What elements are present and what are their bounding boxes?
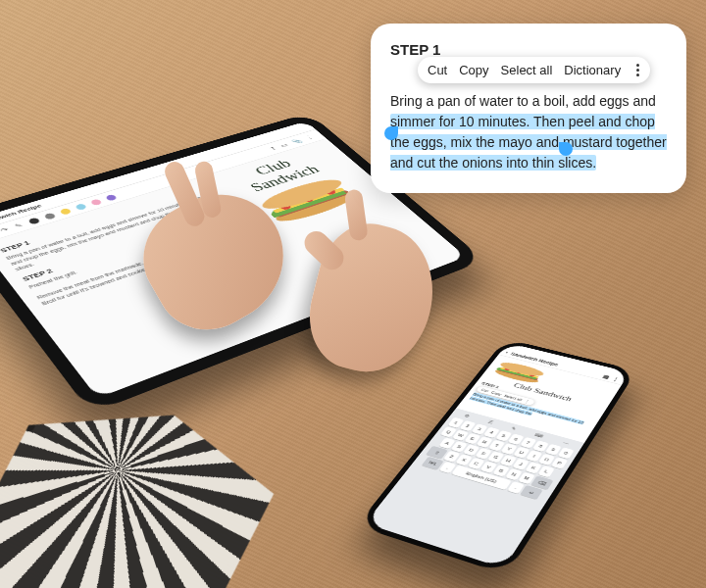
image-tool-icon[interactable]: ▭ [278,142,290,148]
color-swatch[interactable] [89,198,102,206]
popover-text[interactable]: Bring a pan of water to a boil, add eggs… [390,91,667,173]
more-icon[interactable] [636,64,640,76]
color-swatch[interactable] [43,212,56,220]
pen-icon[interactable]: ✎ [13,221,25,229]
popover-step-label: STEP 1 [390,41,667,58]
ctx-cut[interactable]: Cut [428,63,447,77]
context-menu[interactable]: Cut Copy Select all Dictionary [418,57,650,83]
color-swatch[interactable] [75,203,87,211]
selection-handle-start[interactable] [384,126,398,140]
reader-icon[interactable]: ▤ [602,374,611,380]
ctx-copy[interactable]: Copy [459,63,488,77]
text-tool-icon[interactable]: T [269,146,277,152]
ctx-cut[interactable]: Cut [480,388,489,393]
more-icon[interactable]: ⋮ [612,376,621,382]
ctx-dictionary[interactable]: Dictionary [564,63,621,77]
selection-popover: STEP 1 Cut Copy Select all Dictionary Br… [371,24,686,193]
phone-device: ‹ Sandwich Recipe ▤ ⋮ Club Sandwich [428,286,643,580]
more-icon[interactable]: ⋮ [304,134,315,140]
color-swatch[interactable] [105,194,118,202]
redo-icon[interactable]: ↷ [0,226,10,234]
ctx-select-all[interactable]: Select all [501,63,553,77]
key[interactable]: ☰ [486,419,493,424]
ctx-copy[interactable]: Copy [490,390,502,396]
back-icon[interactable]: ‹ [505,351,510,355]
color-swatch[interactable] [59,208,72,216]
more-icon[interactable]: ⋮ [524,399,530,404]
selection-handle-end[interactable] [559,142,573,156]
key[interactable]: ✎ [510,425,517,430]
attach-icon[interactable]: 📎 [290,138,303,145]
key[interactable]: ⋯ [562,440,570,446]
key[interactable]: ⌨ [534,432,545,438]
key[interactable]: ⚙ [464,413,471,417]
color-swatch[interactable] [27,217,40,224]
